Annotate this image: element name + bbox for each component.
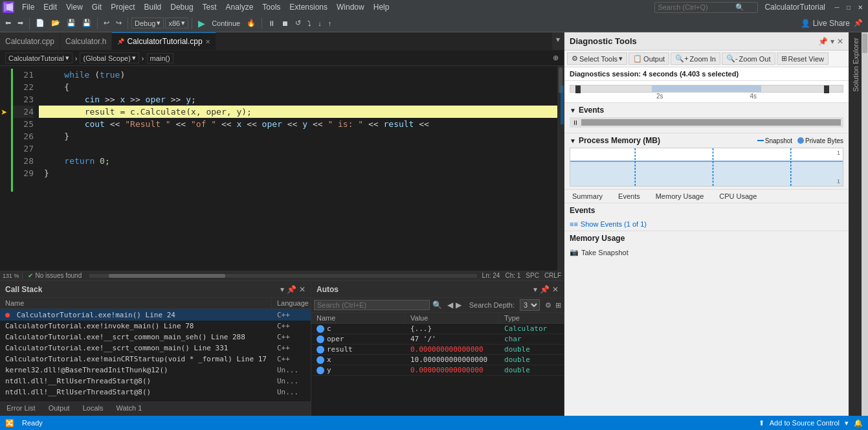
toolbar-pin-btn[interactable]: 📌 [851,17,865,28]
menu-window[interactable]: Window [333,1,368,13]
menu-analyze[interactable]: Analyze [222,1,258,13]
toolbar-redo-btn[interactable]: ↪ [113,17,124,28]
events-pause-btn[interactable]: ⏸ [572,119,579,126]
hscroll-track[interactable] [89,274,476,278]
code-editor[interactable]: ➤ 21 22 23 24 25 26 27 28 29 while (true… [0,66,564,271]
panel-pin-btn[interactable]: 📌 [287,285,296,294]
editor-vscroll[interactable] [557,66,564,271]
stop-btn[interactable]: ⏹ [279,18,291,28]
restart-btn[interactable]: ↺ [293,17,304,28]
menu-tools[interactable]: Tools [258,1,284,13]
toolbar-save-btn[interactable]: 💾 [64,17,78,28]
reset-view-btn[interactable]: ⊞ Reset View [777,52,829,65]
autos-close-btn[interactable]: ✕ [552,285,559,294]
nav-forward-icon[interactable]: ▶ [456,300,462,310]
close-button[interactable]: ✕ [855,2,865,12]
menu-edit[interactable]: Edit [39,1,61,13]
solution-explorer-label[interactable]: Solution Explorer [849,32,862,97]
diag-tab-cpu-usage[interactable]: CPU Usage [711,190,764,203]
tab-close-icon[interactable]: ✕ [205,38,210,45]
tab-locals[interactable]: Locals [76,402,110,416]
tab-output[interactable]: Output [42,402,76,416]
step-over-btn[interactable]: ⤵ [305,18,314,28]
step-out-btn[interactable]: ↑ [326,18,335,28]
nav-back-icon[interactable]: ◀ [447,300,453,310]
continue-button[interactable]: ▶ [195,17,208,30]
menu-debug[interactable]: Debug [166,1,197,13]
take-snapshot-btn[interactable]: 📷 Take Snapshot [564,245,849,259]
tab-error-list[interactable]: Error List [0,402,42,416]
function-dropdown[interactable]: main() [147,53,173,63]
menu-project[interactable]: Project [107,1,139,13]
menu-test[interactable]: Test [199,1,221,13]
hscroll-thumb[interactable] [109,274,225,278]
toolbar-undo-btn[interactable]: ↩ [101,17,112,28]
cs-row-6[interactable]: ntdll.dll!__RtlUserThreadStart@8() Un... [0,376,311,387]
toolbar-open-btn[interactable]: 📂 [49,17,63,28]
search-box[interactable]: 🔍 [654,2,758,13]
tab-watch1[interactable]: Watch 1 [109,402,148,416]
tab-calculator-h[interactable]: Calculator.h [60,32,112,50]
toolbar-new-btn[interactable]: 📄 [33,17,47,28]
diag-tab-memory-usage[interactable]: Memory Usage [648,190,712,203]
expand-btn[interactable]: ⊞ [555,301,561,310]
code-content[interactable]: while (true) { cin >> x >> oper >> y; re… [39,66,557,271]
timeline-bar[interactable] [570,85,843,93]
diag-tab-events[interactable]: Events [610,190,648,203]
timeline-left-thumb[interactable] [575,85,581,93]
debug-mode-dropdown[interactable]: Debug ▾ [131,17,164,28]
filter-btn[interactable]: ⚙ [545,301,551,310]
cs-row-5[interactable]: kernel32.dll!@BaseThreadInitThunk@12() U… [0,365,311,376]
step-into-btn[interactable]: ↓ [315,18,324,28]
diag-tab-summary[interactable]: Summary [564,190,610,203]
autos-row-3[interactable]: x 10.000000000000000 double [311,355,564,365]
live-share-button[interactable]: 👤 Live Share [801,19,850,28]
cs-row-3[interactable]: CalculatorTutorial.exe!__scrt_common_mai… [0,343,311,354]
menu-git[interactable]: Git [88,1,106,13]
cs-row-2[interactable]: CalculatorTutorial.exe!__scrt_common_mai… [0,332,311,343]
panel-dropdown-btn[interactable]: ▾ [280,285,284,294]
toolbar-save-all-btn[interactable]: 💾 [80,17,94,28]
diag-pin-btn[interactable]: 📌 [818,37,828,46]
autos-pin-btn[interactable]: 📌 [540,285,550,294]
menu-file[interactable]: File [18,1,38,13]
minimize-button[interactable]: ─ [832,2,842,12]
pause-btn[interactable]: ⏸ [265,18,278,28]
panel-close-btn[interactable]: ✕ [299,285,306,294]
diag-dropdown-btn[interactable]: ▾ [830,37,834,46]
autos-row-0[interactable]: c {...} Calculator [311,324,564,334]
toolbar-back-btn[interactable]: ⬅ [3,17,14,28]
menu-view[interactable]: View [62,1,87,13]
cs-row-1[interactable]: CalculatorTutorial.exe!invoke_main() Lin… [0,321,311,332]
autos-row-4[interactable]: y 0.000000000000000 double [311,365,564,376]
select-tools-btn[interactable]: ⚙ Select Tools ▾ [567,52,627,65]
tab-calculator-cpp[interactable]: Calculator.cpp [0,32,60,50]
timeline-right-thumb[interactable] [824,85,829,93]
autos-dropdown-btn[interactable]: ▾ [533,285,537,294]
tab-overflow-btn[interactable]: ▾ [552,32,564,50]
menu-extensions[interactable]: Extensions [285,1,331,13]
diag-vscroll-thumb[interactable] [862,34,867,53]
maximize-button[interactable]: □ [843,2,854,12]
project-dropdown[interactable]: CalculatorTutorial ▾ [5,52,72,63]
search-input[interactable] [658,3,735,11]
autos-row-1[interactable]: oper 47 '/' char [311,334,564,345]
cs-row-4[interactable]: CalculatorTutorial.exe!mainCRTStartup(vo… [0,354,311,365]
zoom-out-btn[interactable]: 🔍- Zoom Out [722,52,775,65]
toolbar-forward-btn[interactable]: ➡ [15,17,26,28]
hot-reload-btn[interactable]: 🔥 [244,17,258,28]
tab-calculatortutorial-cpp[interactable]: 📌 CalculatorTutorial.cpp ✕ [112,32,216,50]
events-header[interactable]: ▼ Events [570,106,843,115]
search-depth-dropdown[interactable]: 3 [520,299,540,311]
editor-hscroll[interactable]: 131 % ✔ No issues found Ln: 24 Ch: 1 SPC… [0,271,564,280]
autos-search-input[interactable] [314,300,430,310]
menu-help[interactable]: Help [370,1,394,13]
zoom-in-btn[interactable]: 🔍+ Zoom In [671,52,720,65]
autos-row-2[interactable]: result 0.000000000000000 double [311,345,564,355]
diag-vscroll[interactable] [862,32,868,416]
cs-row-7[interactable]: ntdll.dll!__RtlUserThreadStart@8() Un... [0,387,311,398]
output-btn[interactable]: 📋 Output [629,52,669,65]
diag-close-btn[interactable]: ✕ [837,37,843,46]
scope-dropdown[interactable]: (Global Scope) ▾ [80,52,139,63]
editor-settings-btn[interactable]: ⊕ [553,54,559,62]
